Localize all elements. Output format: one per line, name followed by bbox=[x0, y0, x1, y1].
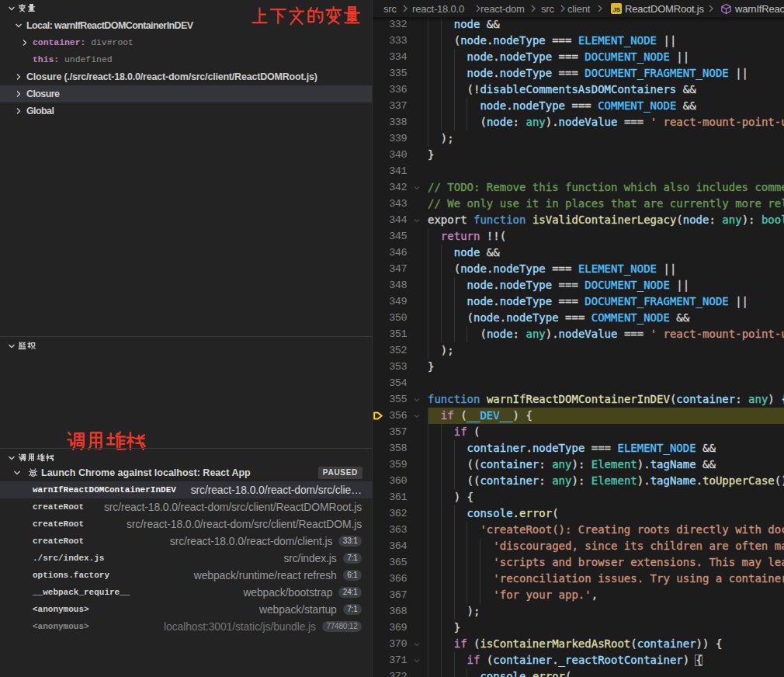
svg-text:JS: JS bbox=[613, 6, 621, 13]
